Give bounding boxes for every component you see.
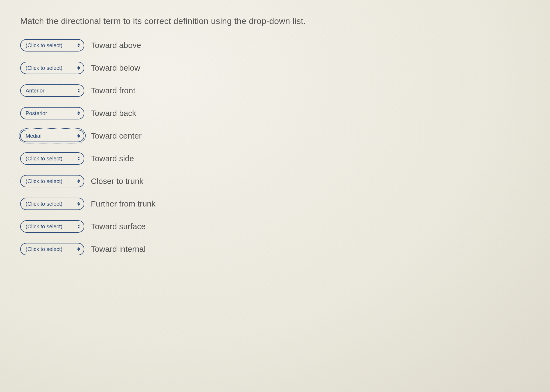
term-select-value: (Click to select) <box>26 223 63 230</box>
match-row: MedialToward center <box>20 130 530 142</box>
match-row: (Click to select)Closer to trunk <box>20 175 530 187</box>
definition-text: Toward internal <box>91 245 146 254</box>
definition-text: Toward side <box>91 154 134 163</box>
match-row: (Click to select)Toward side <box>20 152 530 165</box>
term-select-value: (Click to select) <box>26 156 63 162</box>
match-row: (Click to select)Toward above <box>20 39 530 51</box>
term-select-value: (Click to select) <box>26 246 63 252</box>
definition-text: Toward center <box>91 131 141 140</box>
definition-text: Toward below <box>91 63 140 73</box>
select-stepper-icon <box>77 43 80 47</box>
definition-text: Closer to trunk <box>91 177 143 186</box>
match-row: PosteriorToward back <box>20 107 530 119</box>
term-select[interactable]: Medial <box>20 130 84 142</box>
term-select[interactable]: (Click to select) <box>20 198 84 210</box>
term-select-value: Anterior <box>26 88 44 94</box>
match-row: (Click to select)Toward below <box>20 62 530 74</box>
term-select-value: (Click to select) <box>26 42 63 49</box>
term-select[interactable]: (Click to select) <box>20 39 84 51</box>
term-select-value: Medial <box>26 133 41 139</box>
term-select[interactable]: Anterior <box>20 84 84 97</box>
definition-text: Toward above <box>91 41 141 50</box>
select-stepper-icon <box>77 247 80 251</box>
term-select[interactable]: (Click to select) <box>20 243 84 255</box>
term-select-value: (Click to select) <box>26 201 63 207</box>
select-stepper-icon <box>77 157 80 160</box>
term-select-value: (Click to select) <box>26 178 63 184</box>
definition-text: Toward front <box>91 86 135 95</box>
select-stepper-icon <box>77 202 80 206</box>
select-stepper-icon <box>77 111 80 115</box>
term-select-value: Posterior <box>26 110 47 116</box>
term-select[interactable]: Posterior <box>20 107 84 119</box>
select-stepper-icon <box>77 66 80 70</box>
term-select[interactable]: (Click to select) <box>20 152 84 165</box>
term-select-value: (Click to select) <box>26 65 63 71</box>
term-select[interactable]: (Click to select) <box>20 62 84 74</box>
match-rows: (Click to select)Toward above(Click to s… <box>20 39 530 255</box>
select-stepper-icon <box>77 225 80 228</box>
select-stepper-icon <box>77 134 80 138</box>
term-select[interactable]: (Click to select) <box>20 175 84 187</box>
definition-text: Toward surface <box>91 222 146 231</box>
match-row: (Click to select)Toward surface <box>20 220 530 233</box>
question-prompt: Match the directional term to its correc… <box>20 16 530 26</box>
select-stepper-icon <box>77 179 80 183</box>
select-stepper-icon <box>77 89 80 92</box>
term-select[interactable]: (Click to select) <box>20 220 84 233</box>
definition-text: Toward back <box>91 109 136 118</box>
match-row: AnteriorToward front <box>20 84 530 97</box>
match-row: (Click to select)Toward internal <box>20 243 530 255</box>
definition-text: Further from trunk <box>91 199 155 208</box>
match-row: (Click to select)Further from trunk <box>20 198 530 210</box>
